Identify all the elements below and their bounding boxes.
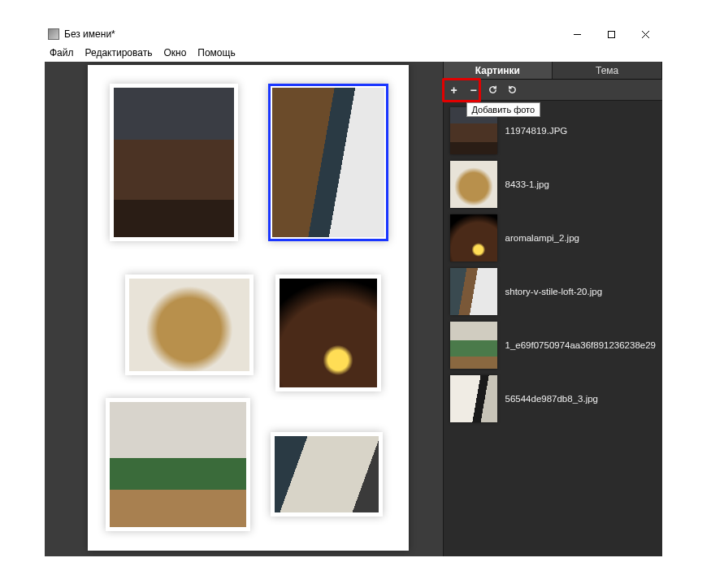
rotate-right-button[interactable] [507, 84, 518, 96]
close-button[interactable] [628, 24, 662, 44]
file-row[interactable]: shtory-v-stile-loft-20.jpg [444, 265, 662, 318]
app-window: Без имени* Файл Редактировать Окно Помощ… [45, 24, 662, 556]
file-thumbnail [450, 161, 497, 208]
file-thumbnail [450, 268, 497, 315]
collage-photo-selected[interactable] [268, 84, 388, 241]
collage-photo[interactable] [275, 275, 381, 391]
collage-photo[interactable] [271, 432, 383, 517]
tab-theme[interactable]: Тема [553, 62, 662, 79]
svg-rect-1 [608, 31, 614, 37]
collage-page[interactable] [88, 65, 409, 551]
menu-file[interactable]: Файл [50, 47, 74, 58]
collage-photo[interactable] [110, 84, 238, 241]
file-name: aromalampi_2.jpg [505, 233, 579, 243]
file-row[interactable]: 8433-1.jpg [444, 158, 662, 211]
window-controls [560, 24, 662, 44]
file-row[interactable]: 56544de987db8_3.jpg [444, 372, 662, 426]
file-thumbnail [450, 322, 497, 369]
file-thumbnail [450, 214, 497, 262]
rotate-left-button[interactable] [488, 84, 499, 96]
side-tabs: Картинки Тема [444, 62, 662, 80]
titlebar: Без имени* [45, 24, 662, 44]
menubar: Файл Редактировать Окно Помощь [45, 44, 662, 62]
remove-photo-button[interactable]: − [468, 84, 479, 96]
workspace: Картинки Тема + − Добавить фото 11974819… [45, 62, 662, 556]
file-row[interactable]: aromalampi_2.jpg [444, 211, 662, 265]
file-name: 1_e69f0750974aa36f891236238e29 [505, 340, 656, 350]
minimize-button[interactable] [560, 24, 594, 44]
tooltip-add-photo: Добавить фото [466, 102, 541, 117]
file-thumbnail [450, 375, 497, 422]
side-panel: Картинки Тема + − Добавить фото 11974819… [443, 62, 662, 556]
tab-pictures[interactable]: Картинки [444, 62, 553, 79]
collage-photo[interactable] [125, 275, 254, 375]
file-name: 11974819.JPG [505, 126, 568, 136]
file-name: 56544de987db8_3.jpg [505, 394, 598, 404]
menu-window[interactable]: Окно [163, 47, 186, 58]
side-toolbar: + − Добавить фото [444, 80, 662, 101]
file-row[interactable]: 1_e69f0750974aa36f891236238e29 [444, 318, 662, 372]
canvas-area[interactable] [45, 62, 443, 556]
collage-photo[interactable] [106, 398, 250, 531]
add-photo-button[interactable]: + [449, 84, 460, 96]
menu-help[interactable]: Помощь [197, 47, 235, 58]
window-title: Без имени* [64, 28, 115, 40]
file-name: 8433-1.jpg [505, 179, 549, 189]
app-icon [48, 28, 59, 40]
file-name: shtory-v-stile-loft-20.jpg [505, 287, 603, 296]
maximize-button[interactable] [594, 24, 628, 44]
file-list[interactable]: 11974819.JPG 8433-1.jpg aromalampi_2.jpg… [444, 101, 662, 556]
menu-edit[interactable]: Редактировать [85, 47, 153, 58]
